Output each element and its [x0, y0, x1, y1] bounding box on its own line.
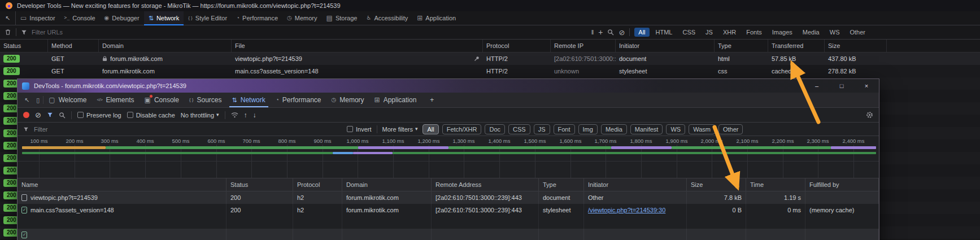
request-type-chip[interactable]: Img [578, 124, 598, 134]
column-header[interactable]: Fulfilled by [805, 178, 879, 191]
firefox-tool-tab[interactable]: Network [144, 11, 184, 25]
request-row[interactable]: viewtopic.php?t=214539 200 h2 forum.mikr… [18, 191, 879, 204]
more-filters-button[interactable]: More filters [382, 126, 418, 133]
filter-urls-input[interactable]: Filter URLs [32, 29, 63, 36]
column-header[interactable]: Initiator [584, 178, 687, 191]
request-row[interactable] [18, 216, 879, 229]
device-emulation-button[interactable] [33, 93, 43, 107]
type-filter-button[interactable]: All [634, 28, 649, 37]
column-header[interactable]: Status [227, 178, 293, 191]
import-har-icon[interactable] [244, 112, 247, 119]
request-type-chip[interactable]: All [423, 124, 438, 134]
firefox-tool-tab[interactable]: Inspector [16, 11, 60, 25]
firefox-tool-tab[interactable]: Storage [322, 11, 362, 25]
column-header[interactable]: Type [539, 178, 584, 191]
column-header[interactable]: Domain [342, 178, 432, 191]
clear-network-log-icon[interactable] [35, 111, 41, 119]
type-filter-button[interactable]: Media [799, 28, 824, 37]
new-request-icon[interactable] [598, 28, 603, 36]
filter-toggle-icon[interactable] [47, 112, 53, 118]
column-header[interactable]: Status [0, 40, 48, 52]
devtools-panel-tab[interactable]: Memory [326, 93, 369, 107]
initiator-cell[interactable] [584, 216, 687, 229]
inspect-element-button[interactable] [21, 93, 33, 107]
clear-requests-icon[interactable] [5, 29, 11, 36]
request-row[interactable] [18, 229, 879, 240]
column-header[interactable]: Protocol [483, 40, 551, 52]
type-filter-button[interactable]: Other [846, 28, 869, 37]
close-button[interactable]: × [854, 79, 879, 93]
column-header[interactable]: Transferred [768, 40, 825, 52]
request-type-chip[interactable]: CSS [508, 124, 530, 134]
invert-checkbox[interactable]: Invert [347, 126, 372, 133]
request-row[interactable]: 200 GET forum.mikrotik.com viewtopic.php… [0, 53, 980, 65]
type-filter-button[interactable]: HTML [652, 28, 677, 37]
column-header[interactable]: Protocol [293, 178, 342, 191]
request-row[interactable]: main.css?assets_version=148 200 h2 forum… [18, 204, 879, 216]
column-header[interactable]: Remote Address [432, 178, 539, 191]
search-icon[interactable] [607, 29, 614, 36]
devtools-panel-tab[interactable]: Application [369, 93, 422, 107]
firefox-tool-tab[interactable]: Performance [232, 11, 282, 25]
pause-icon[interactable] [591, 29, 594, 36]
devtools-panel-tab[interactable]: Console [140, 93, 184, 107]
network-overview-timeline[interactable]: 100 ms 200 ms 300 ms 400 ms [18, 136, 879, 178]
firefox-tool-tab[interactable]: Console [60, 11, 100, 25]
export-har-icon[interactable] [253, 112, 256, 119]
initiator-cell[interactable]: /viewtopic.php?t=214539:30 [584, 204, 687, 216]
type-filter-button[interactable]: JS [702, 28, 717, 37]
devtools-panel-tab[interactable]: Network [227, 93, 271, 107]
firefox-tool-tab[interactable]: Debugger [100, 11, 144, 25]
network-conditions-icon[interactable] [231, 112, 238, 118]
type-filter-button[interactable]: XHR [719, 28, 740, 37]
request-type-chip[interactable]: Font [554, 124, 575, 134]
column-header[interactable]: Method [48, 40, 99, 52]
column-header[interactable]: Initiator [616, 40, 715, 52]
column-header[interactable]: Name [18, 178, 227, 191]
devtools-panel-tab[interactable]: Performance [271, 93, 326, 107]
initiator-cell[interactable]: Other [584, 191, 687, 204]
type-filter-button[interactable]: WS [826, 28, 844, 37]
devtools-titlebar[interactable]: DevTools - forum.mikrotik.com/viewtopic.… [18, 79, 879, 93]
column-header[interactable]: Domain [99, 40, 232, 52]
column-header[interactable]: File [232, 40, 483, 52]
request-type-chip[interactable]: Doc [485, 124, 505, 134]
column-header[interactable]: Time [746, 178, 805, 191]
devtools-panel-tab[interactable]: Sources [184, 93, 227, 107]
type-filter-button[interactable]: Fonts [742, 28, 766, 37]
disable-cache-checkbox[interactable]: Disable cache [127, 112, 175, 119]
preserve-log-checkbox[interactable]: Preserve log [77, 112, 121, 119]
column-header[interactable]: Remote IP [551, 40, 616, 52]
devtools-panel-tab[interactable]: + [421, 93, 439, 107]
record-network-log-button[interactable] [23, 112, 29, 118]
firefox-tool-tab[interactable]: Application [412, 11, 460, 25]
column-header[interactable]: Size [687, 178, 746, 191]
throttling-select[interactable]: No throttling [181, 112, 219, 119]
pick-element-button[interactable] [0, 11, 16, 25]
settings-gear-icon[interactable] [866, 111, 873, 119]
request-type-chip[interactable]: Fetch/XHR [442, 124, 482, 134]
request-row[interactable]: 200 GET forum.mikrotik.com main.css?asse… [0, 65, 980, 77]
type-filter-button[interactable]: CSS [678, 28, 699, 37]
request-type-chip[interactable]: Wasm [689, 124, 715, 134]
request-type-chip[interactable]: JS [534, 124, 550, 134]
initiator-cell[interactable] [584, 229, 687, 240]
request-type-chip[interactable]: Manifest [630, 124, 663, 134]
search-icon[interactable] [59, 112, 66, 119]
firefox-tool-tab[interactable]: Accessibility [361, 11, 412, 25]
column-header[interactable]: Type [715, 40, 768, 52]
waterfall-segment [448, 146, 611, 149]
request-type-chip[interactable]: Media [601, 124, 627, 134]
request-type-chip[interactable]: WS [666, 124, 685, 134]
type-filter-button[interactable]: Images [768, 28, 796, 37]
devtools-panel-tab[interactable]: Elements [92, 93, 139, 107]
maximize-button[interactable]: □ [829, 79, 854, 93]
firefox-tool-tab[interactable]: Memory [282, 11, 321, 25]
request-type-chip[interactable]: Other [718, 124, 743, 134]
firefox-tool-tab[interactable]: Style Editor [184, 11, 232, 25]
block-requests-icon[interactable] [619, 29, 625, 36]
devtools-panel-tab[interactable]: Welcome [43, 93, 92, 107]
minimize-button[interactable]: – [804, 79, 829, 93]
column-header[interactable]: Size [825, 40, 887, 52]
filter-input[interactable]: Filter [34, 126, 342, 133]
